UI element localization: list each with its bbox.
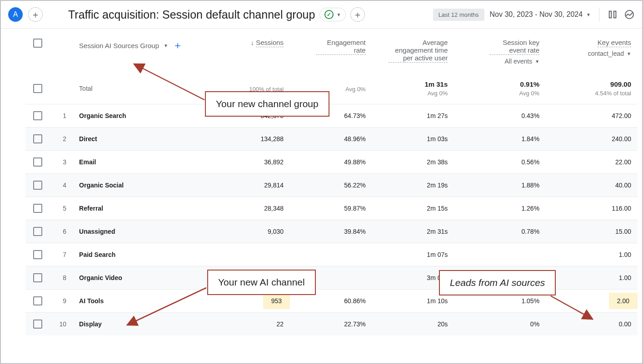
cell-avg-time: 1m 03s xyxy=(372,127,454,150)
channel-name[interactable]: Display xyxy=(73,312,213,335)
row-index: 5 xyxy=(50,197,73,220)
svg-rect-1 xyxy=(614,11,616,18)
sort-arrow-icon: ↓ xyxy=(251,39,254,46)
cell-avg-time: 2m 15s xyxy=(372,197,454,220)
col-label: Sessions xyxy=(256,39,284,47)
col-label: Session key event rate xyxy=(489,39,539,55)
row-checkbox[interactable] xyxy=(33,181,42,190)
cell-avg-time: 1m 27s xyxy=(372,104,454,127)
compare-icon[interactable] xyxy=(608,9,618,20)
annotation-channel-group: Your new channel group xyxy=(205,91,329,117)
row-checkbox[interactable] xyxy=(33,84,42,93)
chevron-down-icon: ▼ xyxy=(627,51,631,56)
row-index: 3 xyxy=(50,150,73,173)
channel-name[interactable]: AI Tools xyxy=(73,289,213,312)
total-label: Total xyxy=(73,73,213,104)
table-row: 3 Email 36,892 49.88% 2m 38s 0.56% 22.00 xyxy=(25,150,638,173)
table-row: 7 Paid Search 1m 07s 1.00 xyxy=(25,243,638,266)
column-header-avg-time[interactable]: Average engagement time per active user xyxy=(379,39,448,63)
row-checkbox[interactable] xyxy=(33,111,42,120)
cell-key-rate: 0.43% xyxy=(454,104,546,127)
avatar[interactable]: A xyxy=(8,7,23,22)
channel-name[interactable]: Organic Social xyxy=(73,173,213,197)
cell-key-rate: 1.84% xyxy=(454,127,546,150)
status-dropdown[interactable]: ✓ ▼ xyxy=(319,8,346,21)
cell-sessions: 134,288 xyxy=(213,127,290,150)
cell-engagement: 48.96% xyxy=(290,127,372,150)
cell-key-events: 40.00 xyxy=(546,173,638,197)
channel-name[interactable]: Referral xyxy=(73,197,213,220)
cell-key-rate: 1.26% xyxy=(454,197,546,220)
cell-key-rate: 1.88% xyxy=(454,173,546,197)
chevron-down-icon: ▼ xyxy=(535,59,539,64)
column-header-key-events[interactable]: Key events contact_lead ▼ xyxy=(552,39,631,57)
row-index: 1 xyxy=(50,104,73,127)
date-range-text: Nov 30, 2023 - Nov 30, 2024 xyxy=(490,10,583,19)
cell-avg-time: 2m 31s xyxy=(372,220,454,243)
cell-engagement: 39.84% xyxy=(290,220,372,243)
col-label: Key events xyxy=(598,39,631,47)
row-checkbox[interactable] xyxy=(33,134,42,143)
table-row: 2 Direct 134,288 48.96% 1m 03s 1.84% 240… xyxy=(25,127,638,150)
cell-key-rate: 0.78% xyxy=(454,220,546,243)
chevron-down-icon: ▼ xyxy=(586,12,591,17)
channel-name[interactable]: Paid Search xyxy=(73,243,213,266)
add-comparison-button[interactable]: ＋ xyxy=(350,7,365,22)
insights-icon[interactable] xyxy=(624,9,635,20)
cell-key-events: 116.00 xyxy=(546,197,638,220)
cell-sessions: 9,030 xyxy=(213,220,290,243)
date-preset-chip[interactable]: Last 12 months xyxy=(433,9,484,21)
cell-engagement: 59.87% xyxy=(290,197,372,220)
row-checkbox[interactable] xyxy=(33,204,42,213)
add-report-button[interactable]: ＋ xyxy=(28,7,43,22)
row-index: 10 xyxy=(50,312,73,335)
cell-key-events: 15.00 xyxy=(546,220,638,243)
row-checkbox[interactable] xyxy=(33,227,42,236)
cell-sessions: 36,892 xyxy=(213,150,290,173)
column-header-engagement[interactable]: Engagement rate xyxy=(296,39,366,55)
select-all-checkbox[interactable] xyxy=(33,39,42,48)
col-label: Engagement rate xyxy=(316,39,366,55)
column-header-key-rate[interactable]: Session key event rate All events ▼ xyxy=(460,39,539,65)
row-checkbox[interactable] xyxy=(33,320,42,329)
row-index: 7 xyxy=(50,243,73,266)
row-checkbox[interactable] xyxy=(33,296,42,305)
chevron-down-icon: ▼ xyxy=(164,43,168,48)
top-bar: A ＋ Traffic acquisition: Session default… xyxy=(1,1,642,29)
row-checkbox[interactable] xyxy=(33,157,42,167)
channel-name[interactable]: Email xyxy=(73,150,213,173)
cell-key-events: 472.00 xyxy=(546,104,638,127)
column-header-sessions[interactable]: ↓ Sessions xyxy=(219,39,284,46)
channel-name[interactable]: Direct xyxy=(73,127,213,150)
channel-name[interactable]: Organic Search xyxy=(73,104,213,127)
channel-name[interactable]: Unassigned xyxy=(73,220,213,243)
cell-key-events: 1.00 xyxy=(546,243,638,266)
header-row: Session AI Sources Group ▼ ＋ ↓ Sessions … xyxy=(25,29,638,73)
row-index: 6 xyxy=(50,220,73,243)
date-range-picker[interactable]: Nov 30, 2023 - Nov 30, 2024 ▼ xyxy=(490,10,591,19)
dimension-header-label: Session AI Sources Group xyxy=(79,42,159,49)
key-events-filter-chip[interactable]: contact_lead ▼ xyxy=(588,50,631,57)
table-row: 5 Referral 28,348 59.87% 2m 15s 1.26% 11… xyxy=(25,197,638,220)
chip-label: contact_lead xyxy=(588,50,624,57)
add-dimension-icon[interactable]: ＋ xyxy=(173,39,183,52)
table-row: 6 Unassigned 9,030 39.84% 2m 31s 0.78% 1… xyxy=(25,220,638,243)
cell-key-events: 240.00 xyxy=(546,127,638,150)
row-checkbox[interactable] xyxy=(33,273,42,282)
cell-key-events: 0.00 xyxy=(546,312,638,335)
cell-avg-time: 2m 19s xyxy=(372,173,454,197)
dimension-header-dropdown[interactable]: Session AI Sources Group ▼ ＋ xyxy=(79,39,206,52)
cell-key-events: 1.00 xyxy=(546,266,638,289)
cell-engagement xyxy=(290,243,372,266)
key-rate-filter-chip[interactable]: All events ▼ xyxy=(504,58,539,65)
cell-key-events: 22.00 xyxy=(546,150,638,173)
cell-sessions: 28,348 xyxy=(213,197,290,220)
channel-name[interactable]: Organic Video xyxy=(73,266,213,289)
chip-label: All events xyxy=(504,58,532,65)
cell-engagement: 49.88% xyxy=(290,150,372,173)
annotation-ai-channel: Your new AI channel xyxy=(207,270,316,295)
cell-sessions xyxy=(213,243,290,266)
row-checkbox[interactable] xyxy=(33,250,42,259)
chevron-down-icon: ▼ xyxy=(336,12,341,17)
cell-avg-time: 1m 07s xyxy=(372,243,454,266)
